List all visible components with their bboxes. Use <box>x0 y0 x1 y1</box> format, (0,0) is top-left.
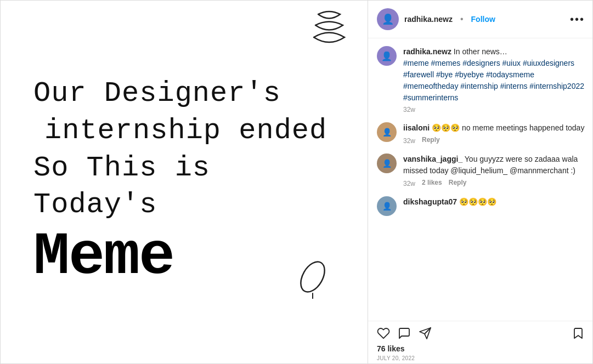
caption-main-text: In other news… <box>454 47 507 56</box>
comment-actions-2: 32w 2 likes Reply <box>403 178 585 187</box>
caption-avatar[interactable]: 👤 <box>377 46 397 66</box>
comment-time-1: 32w <box>403 137 415 145</box>
caption-text: radhika.newz In other news… #meme #memes… <box>403 46 585 104</box>
comment-avatar-icon-2: 👤 <box>382 159 392 168</box>
avatar-icon: 👤 <box>382 13 394 25</box>
comment-button[interactable] <box>398 327 411 340</box>
meme-line3: So This is Today's <box>33 150 335 224</box>
meme-line2: internship ended <box>44 112 335 150</box>
comment-reply-btn-2[interactable]: Reply <box>449 179 467 186</box>
post-comments: 👤 radhika.newz In other news… #meme #mem… <box>368 38 593 321</box>
caption-avatar-icon: 👤 <box>381 51 392 61</box>
header-dot: • <box>460 14 464 24</box>
comment-username-2[interactable]: vanshika_jaggi_ <box>403 155 462 163</box>
comment-row-2: 👤 vanshika_jaggi_ You guyyzz were so zad… <box>377 153 585 187</box>
comment-row-3: 👤 dikshagupta07 🥺🥺🥺🥺 <box>377 196 585 216</box>
comment-avatar-icon-1: 👤 <box>382 128 392 136</box>
post-header: 👤 radhika.newz • Follow ••• <box>368 1 593 38</box>
comment-avatar-icon-3: 👤 <box>382 202 392 211</box>
action-icons-row <box>377 327 585 340</box>
comment-body-1: iisaloni 🥺🥺🥺 no meme meetings happened t… <box>403 122 585 145</box>
sketch-leaf-right <box>291 255 335 299</box>
likes-count: 76 likes <box>377 344 585 353</box>
follow-button[interactable]: Follow <box>471 15 495 24</box>
caption-row: 👤 radhika.newz In other news… #meme #mem… <box>377 46 585 113</box>
comment-body-2: vanshika_jaggi_ You guyyzz were so zadaa… <box>403 153 585 187</box>
comment-text-3: dikshagupta07 🥺🥺🥺🥺 <box>403 196 585 208</box>
svg-point-0 <box>296 258 329 296</box>
comment-avatar-3[interactable]: 👤 <box>377 196 397 216</box>
comment-content-3: 🥺🥺🥺🥺 <box>459 197 496 206</box>
instagram-post: Our Designer's internship ended So This … <box>0 0 593 364</box>
poster-avatar[interactable]: 👤 <box>377 8 399 30</box>
save-button[interactable] <box>572 327 585 340</box>
header-username[interactable]: radhika.newz <box>404 15 453 24</box>
caption-hashtags: #meme #memes #designers #uiux #uiuxdesig… <box>403 59 584 102</box>
meme-line4: Meme <box>33 224 335 290</box>
share-button[interactable] <box>419 327 432 340</box>
meme-line1: Our Designer's <box>33 75 335 112</box>
comment-username-3[interactable]: dikshagupta07 <box>403 197 457 206</box>
more-options-button[interactable]: ••• <box>570 13 585 26</box>
comment-actions-1: 32w Reply <box>403 135 585 145</box>
comment-likes-2: 2 likes <box>422 179 442 186</box>
post-image-wrapper: Our Designer's internship ended So This … <box>1 1 368 364</box>
comment-body-3: dikshagupta07 🥺🥺🥺🥺 <box>403 196 585 216</box>
comment-row-1: 👤 iisaloni 🥺🥺🥺 no meme meetings happened… <box>377 122 585 145</box>
post-image-container: Our Designer's internship ended So This … <box>1 1 368 364</box>
comment-content-1: 🥺🥺🥺 no meme meetings happened today <box>432 123 584 132</box>
caption-username[interactable]: radhika.newz <box>403 47 451 56</box>
caption-body: radhika.newz In other news… #meme #memes… <box>403 46 585 113</box>
comment-text-1: iisaloni 🥺🥺🥺 no meme meetings happened t… <box>403 122 585 134</box>
comment-reply-btn-1[interactable]: Reply <box>422 136 440 144</box>
sketch-chevron-top <box>302 6 357 61</box>
comment-avatar-1[interactable]: 👤 <box>377 122 397 142</box>
like-button[interactable] <box>377 327 390 340</box>
post-date: JULY 20, 2022 <box>377 355 585 361</box>
caption-time: 32w <box>403 106 585 113</box>
post-sidebar: 👤 radhika.newz • Follow ••• 👤 radhika.ne… <box>368 1 593 364</box>
comment-avatar-2[interactable]: 👤 <box>377 153 397 173</box>
comment-time-2: 32w <box>403 180 415 187</box>
post-actions: 76 likes JULY 20, 2022 <box>368 321 593 364</box>
comment-username-1[interactable]: iisaloni <box>403 123 430 132</box>
comment-text-2: vanshika_jaggi_ You guyyzz were so zadaa… <box>403 153 585 177</box>
